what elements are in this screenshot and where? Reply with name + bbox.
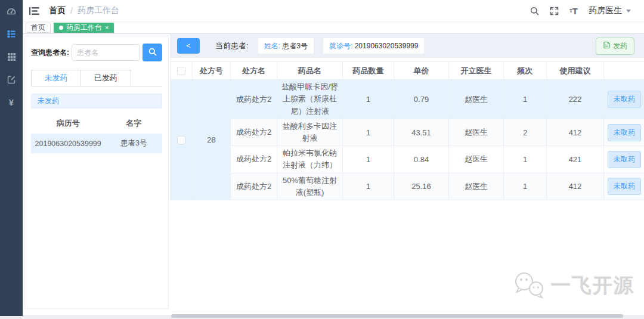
header-advice: 使用建议 bbox=[547, 62, 604, 80]
qty-cell: 1 bbox=[343, 173, 394, 200]
patient-list-table: 病历号 名字 2019063020539999 患者3号 bbox=[31, 113, 162, 153]
chevron-down-icon bbox=[626, 10, 631, 13]
horizontal-scrollbar-thumb[interactable] bbox=[171, 314, 623, 318]
price-cell: 43.51 bbox=[394, 119, 449, 146]
fullscreen-icon[interactable] bbox=[550, 7, 559, 16]
price-cell: 0.79 bbox=[394, 80, 449, 119]
search-label: 查询患者名: bbox=[31, 48, 69, 58]
name-value: 患者3号 bbox=[282, 42, 308, 50]
name-label: 姓名: bbox=[264, 42, 280, 50]
prescription-name-cell: 成药处方2 bbox=[231, 80, 277, 119]
table-row: 成药处方2 盐酸利多卡因注射液 1 43.51 赵医生 2 412 未取药 bbox=[171, 119, 644, 146]
action-cell: 未取药 bbox=[604, 80, 644, 119]
sidebar-item-form[interactable] bbox=[0, 68, 23, 91]
header-unit-price: 单价 bbox=[394, 62, 449, 80]
chevron-left-icon: < bbox=[186, 42, 190, 50]
breadcrumb-home[interactable]: 首页 bbox=[49, 5, 66, 16]
visit-no-box: 就诊号: 2019063020539999 bbox=[323, 38, 424, 54]
table-header-row: 处方号 处方名 药品名 药品数量 单价 开立医生 频次 使用建议 bbox=[171, 62, 644, 80]
select-all-checkbox[interactable] bbox=[177, 67, 185, 75]
user-dropdown[interactable]: 药房医生 bbox=[589, 5, 631, 16]
frequency-cell: 1 bbox=[504, 80, 547, 119]
qty-cell: 1 bbox=[343, 146, 394, 173]
header-checkbox-cell bbox=[171, 62, 193, 80]
patient-name-input[interactable] bbox=[72, 44, 140, 61]
close-icon[interactable]: × bbox=[105, 24, 109, 31]
table-row: 成药处方2 50%葡萄糖注射液(塑瓶) 1 25.16 赵医生 1 412 未取… bbox=[171, 173, 644, 200]
prescription-no-cell: 28 bbox=[193, 80, 231, 200]
qty-cell: 1 bbox=[343, 80, 394, 119]
tag-home[interactable]: 首页 bbox=[26, 23, 51, 33]
header-doctor: 开立医生 bbox=[449, 62, 504, 80]
prescription-table: 处方号 处方名 药品名 药品数量 单价 开立医生 频次 使用建议 28 成药处方… bbox=[170, 61, 644, 200]
header-action bbox=[604, 62, 644, 80]
status-banner: 未发药 bbox=[31, 94, 162, 109]
patient-list-header: 病历号 名字 bbox=[31, 113, 162, 134]
money-yen-icon: ¥ bbox=[9, 97, 14, 107]
brand-name: 一飞开源 bbox=[551, 272, 634, 299]
brand-watermark: 一飞开源 bbox=[512, 270, 634, 302]
advice-cell: 412 bbox=[547, 119, 604, 146]
doctor-cell: 赵医生 bbox=[449, 80, 504, 119]
pickup-status-button[interactable]: 未取药 bbox=[608, 178, 641, 195]
action-cell: 未取药 bbox=[604, 173, 644, 200]
pickup-status-button[interactable]: 未取药 bbox=[608, 151, 641, 168]
sidebar-item-pharmacy-workbench[interactable] bbox=[0, 23, 23, 45]
header-frequency: 频次 bbox=[504, 62, 547, 80]
header-name: 名字 bbox=[105, 118, 162, 129]
visit-label: 就诊号: bbox=[329, 42, 352, 50]
navbar-actions: тT 药房医生 bbox=[530, 5, 631, 16]
row-checkbox[interactable] bbox=[177, 136, 185, 144]
patient-name: 患者3号 bbox=[105, 138, 162, 148]
current-patient-bar: < 当前患者: 姓名: 患者3号 就诊号: 2019063020539999 发… bbox=[170, 34, 644, 58]
current-patient-label: 当前患者: bbox=[215, 41, 249, 51]
doctor-cell: 赵医生 bbox=[449, 119, 504, 146]
hamburger-icon[interactable] bbox=[29, 7, 39, 16]
drug-name-cell: 盐酸利多卡因注射液 bbox=[277, 119, 343, 146]
sidebar-item-fees[interactable]: ¥ bbox=[0, 91, 23, 113]
breadcrumb-separator: / bbox=[70, 6, 73, 16]
dispense-status-tabs: 未发药 已发药 bbox=[31, 70, 162, 86]
tag-pharmacy-workbench[interactable]: 药房工作台 × bbox=[54, 23, 114, 33]
patient-query-panel: 查询患者名: 未发药 已发药 未发药 病历号 名字 20190630205399… bbox=[24, 36, 169, 309]
menu-list-icon bbox=[7, 29, 16, 39]
tab-dispensed[interactable]: 已发药 bbox=[81, 70, 131, 86]
patient-name-box: 姓名: 患者3号 bbox=[258, 38, 314, 54]
patient-list-row[interactable]: 2019063020539999 患者3号 bbox=[31, 134, 162, 153]
active-dot-icon bbox=[59, 26, 63, 30]
sidebar-item-table[interactable] bbox=[0, 45, 23, 68]
frequency-cell: 1 bbox=[504, 173, 547, 200]
search-button[interactable] bbox=[143, 44, 162, 61]
price-cell: 25.16 bbox=[394, 173, 449, 200]
dashboard-icon bbox=[7, 7, 16, 16]
prescription-name-cell: 成药处方2 bbox=[231, 146, 277, 173]
table-row: 28 成药处方2 盐酸甲哌卡因/肾上腺素（斯康杜尼）注射液 1 0.79 赵医生… bbox=[171, 80, 644, 119]
sidebar-item-dashboard[interactable] bbox=[0, 0, 23, 23]
app-sidebar: ¥ bbox=[0, 0, 23, 316]
drug-name-cell: 盐酸甲哌卡因/肾上腺素（斯康杜尼）注射液 bbox=[277, 80, 343, 119]
collapse-panel-button[interactable]: < bbox=[177, 38, 200, 54]
font-size-icon[interactable]: тT bbox=[569, 7, 578, 16]
action-cell: 未取药 bbox=[604, 119, 644, 146]
advice-cell: 421 bbox=[547, 146, 604, 173]
dispense-button[interactable]: 发药 bbox=[596, 38, 634, 55]
header-prescription-name: 处方名 bbox=[231, 62, 277, 80]
advice-cell: 412 bbox=[547, 173, 604, 200]
document-icon bbox=[603, 41, 611, 51]
header-record-no: 病历号 bbox=[31, 118, 105, 129]
pickup-status-button[interactable]: 未取药 bbox=[608, 124, 641, 141]
frequency-cell: 2 bbox=[504, 119, 547, 146]
drug-name-cell: 50%葡萄糖注射液(塑瓶) bbox=[277, 173, 343, 200]
search-icon[interactable] bbox=[530, 7, 539, 16]
patient-search-row: 查询患者名: bbox=[31, 44, 162, 61]
search-icon bbox=[148, 48, 157, 58]
visit-value: 2019063020539999 bbox=[355, 42, 419, 50]
patient-record-no: 2019063020539999 bbox=[31, 140, 105, 148]
brand-logo-icon bbox=[512, 270, 546, 302]
header-drug-name: 药品名 bbox=[277, 62, 343, 80]
frequency-cell: 1 bbox=[504, 146, 547, 173]
prescription-name-cell: 成药处方2 bbox=[231, 173, 277, 200]
tab-not-dispensed[interactable]: 未发药 bbox=[31, 70, 81, 86]
pickup-status-button[interactable]: 未取药 bbox=[608, 91, 641, 108]
header-prescription-no: 处方号 bbox=[193, 62, 231, 80]
